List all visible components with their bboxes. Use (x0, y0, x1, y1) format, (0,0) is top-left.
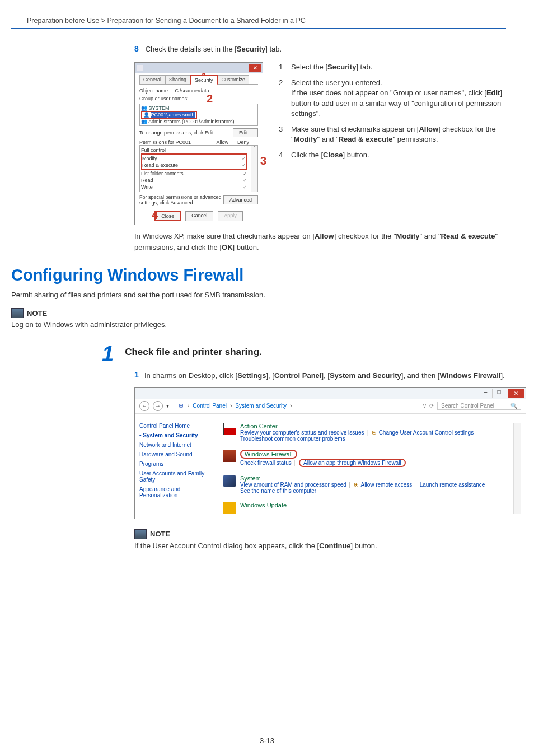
perm-write: Write✓ (141, 184, 247, 190)
sys-link-ram[interactable]: View amount of RAM and processor speed (240, 482, 346, 488)
note-icon (11, 308, 24, 318)
step-8: 8 Check the details set in the [Security… (134, 44, 506, 53)
inst-text: Select the [Security] tab. (291, 62, 506, 72)
action-center-item[interactable]: Action Center Review your computer's sta… (223, 423, 513, 442)
sidebar-user-accounts[interactable]: User Accounts and Family Safety (139, 470, 218, 483)
inst-text: Select the user you entered. If the user… (291, 78, 506, 119)
windows-update-title[interactable]: Windows Update (240, 502, 287, 508)
sidebar-programs[interactable]: Programs (139, 461, 218, 467)
forward-icon[interactable]: → (153, 401, 163, 411)
scrollbar[interactable]: ˆ (251, 146, 257, 192)
security-properties-dialog: × 1 General Sharing Security Customize O… (134, 62, 263, 225)
up-icon[interactable]: ↑ (172, 403, 175, 409)
search-input[interactable]: Search Control Panel🔍 (437, 402, 521, 410)
object-name-value: C:\scannerdata (175, 88, 209, 94)
action-center-title[interactable]: Action Center (240, 423, 474, 430)
minimize-icon[interactable]: – (479, 389, 492, 398)
main-step-number: 1 (102, 343, 114, 365)
perm-list-folder: List folder contents✓ (141, 170, 247, 177)
perm-for-label: Permissions for PC001 (139, 139, 191, 145)
system-item[interactable]: System View amount of RAM and processor … (223, 475, 513, 494)
inst-num: 2 (279, 78, 291, 119)
deny-header: Deny (237, 139, 249, 145)
note-body: If the User Account Control dialog box a… (134, 542, 506, 550)
tab-general[interactable]: General (139, 75, 165, 84)
inst-num: 1 (279, 62, 291, 72)
search-icon: 🔍 (510, 403, 517, 409)
sidebar-system-security[interactable]: System and Security (139, 432, 218, 438)
group-item-selected[interactable]: 👤 PC001\james.smith (141, 111, 197, 119)
groups-listbox[interactable]: 👥 SYSTEM 👤 PC001\james.smith 👥 Administr… (139, 104, 258, 126)
inst-text: Click the [Close] button. (291, 150, 506, 160)
breadcrumb: Preparation before Use > Preparation for… (11, 17, 506, 25)
cp-main: Action Center Review your computer's sta… (223, 423, 513, 514)
inst-num: 3 (279, 124, 291, 144)
sidebar-network[interactable]: Network and Internet (139, 442, 218, 448)
instruction-list: 1 Select the [Security] tab. 2 Select th… (279, 62, 506, 166)
sys-link-name[interactable]: See the name of this computer (240, 488, 485, 494)
tab-sharing[interactable]: Sharing (165, 75, 190, 84)
tab-customize[interactable]: Customize (218, 75, 250, 84)
note-body: Log on to Windows with administrator pri… (11, 320, 506, 329)
chevron-down-icon[interactable]: ▾ (166, 403, 169, 409)
flag-icon (223, 423, 236, 435)
maximize-icon[interactable]: □ (492, 389, 505, 398)
object-name-label: Object name: (139, 88, 170, 94)
note-label: NOTE (27, 309, 47, 318)
windows-firewall-title[interactable]: Windows Firewall (240, 450, 297, 459)
sys-link-remote[interactable]: Allow remote access (361, 482, 413, 488)
callout-2: 2 (207, 92, 213, 105)
substep-number: 1 (134, 370, 144, 381)
note-icon (134, 529, 147, 539)
control-panel-window: – □ × ← → ▾ ↑ ⛨ › Control Panel › System… (134, 387, 526, 519)
substep-text: In charms on Desktop, click [Settings], … (144, 370, 505, 381)
main-step-title: Check file and printer sharing. (125, 343, 262, 365)
callout-4: 4 (152, 209, 158, 222)
xp-note: In Windows XP, make sure that checkmarks… (134, 231, 506, 253)
edit-button[interactable]: Edit... (233, 128, 258, 137)
group-item-admins[interactable]: 👥 Administrators (PC001\Administrators) (141, 119, 256, 124)
sidebar-hardware[interactable]: Hardware and Sound (139, 451, 218, 458)
apply-button[interactable]: Apply (218, 211, 243, 221)
group-item-system[interactable]: 👥 SYSTEM (141, 105, 256, 111)
close-button[interactable]: Close (154, 211, 181, 221)
close-icon[interactable]: × (508, 389, 524, 398)
permissions-listbox[interactable]: ˆ 3 Full control Modify✓ Read & execute✓… (139, 145, 258, 192)
wf-link-status[interactable]: Check firewall status (240, 460, 292, 466)
section-heading: Configuring Windows Firewall (11, 266, 506, 284)
callout-3: 3 (260, 155, 266, 167)
cancel-button[interactable]: Cancel (185, 211, 213, 221)
firewall-icon (223, 450, 236, 462)
windows-firewall-item[interactable]: Windows Firewall Check firewall status| … (223, 450, 513, 467)
perm-modify-exec-highlight: Modify✓ Read & execute✓ (141, 153, 247, 170)
close-icon[interactable]: × (249, 64, 261, 72)
header-rule (11, 28, 506, 29)
wf-link-allow-app[interactable]: Allow an app through Windows Firewall (299, 459, 406, 467)
tabs: General Sharing Security Customize (139, 75, 258, 85)
step-number: 8 (134, 44, 143, 53)
breadcrumb-cp[interactable]: Control Panel (193, 403, 227, 409)
advanced-button[interactable]: Advanced (223, 195, 258, 204)
special-perm-label: For special permissions or advanced sett… (139, 194, 223, 206)
back-icon[interactable]: ← (139, 401, 149, 411)
address-bar: ← → ▾ ↑ ⛨ › Control Panel › System and S… (135, 399, 526, 414)
sidebar-appearance[interactable]: Appearance and Personalization (139, 486, 218, 498)
breadcrumb-sys[interactable]: System and Security (235, 403, 287, 409)
windows-update-item[interactable]: Windows Update (223, 502, 513, 514)
sys-link-launch[interactable]: Launch remote assistance (420, 482, 485, 488)
tab-security[interactable]: Security (190, 75, 218, 85)
cp-sidebar: Control Panel Home System and Security N… (139, 423, 223, 514)
ac-link-troubleshoot[interactable]: Troubleshoot common computer problems (240, 436, 474, 442)
note-label: NOTE (150, 530, 170, 538)
ac-link-review[interactable]: Review your computer's status and resolv… (240, 430, 364, 436)
main-step: 1 Check file and printer sharing. (102, 343, 506, 365)
cp-scrollbar[interactable]: ˆ (513, 423, 521, 514)
dialog-icon (137, 65, 143, 71)
page-number: 3-13 (0, 736, 534, 745)
change-perm-label: To change permissions, click Edit. (139, 130, 215, 136)
ac-link-uac[interactable]: Change User Account Control settings (379, 430, 474, 436)
system-title[interactable]: System (240, 475, 485, 482)
sidebar-home[interactable]: Control Panel Home (139, 423, 218, 429)
inst-text: Make sure that checkmarks appear on [All… (291, 124, 506, 144)
section-intro: Permit sharing of files and printers and… (11, 290, 506, 300)
